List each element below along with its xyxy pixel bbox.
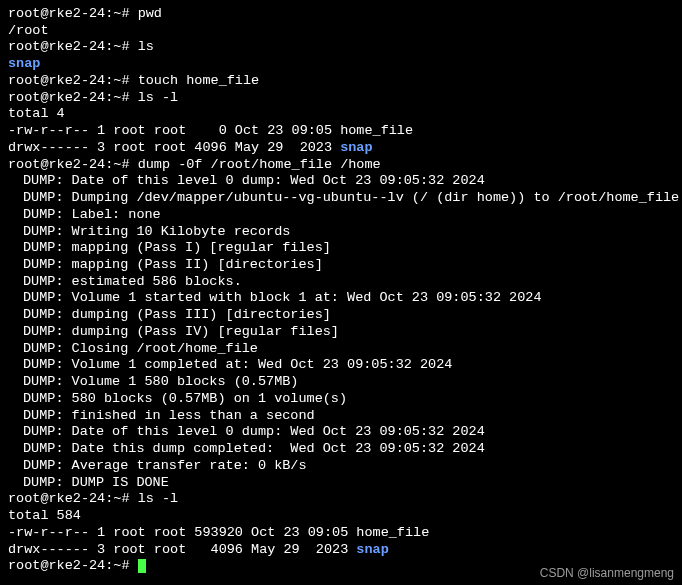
prompt-line: root@rke2-24:~# ls <box>8 39 674 56</box>
file-row: drwx------ 3 root root 4096 May 29 2023 … <box>8 542 674 559</box>
dump-output-block: DUMP: Date of this level 0 dump: Wed Oct… <box>8 173 674 491</box>
shell-prompt: root@rke2-24:~# <box>8 73 138 88</box>
dump-line: DUMP: Date of this level 0 dump: Wed Oct… <box>8 173 674 190</box>
cursor-block <box>138 559 146 573</box>
command-text: ls <box>138 39 154 54</box>
row-prefix: drwx------ 3 root root 4096 May 29 2023 <box>8 542 356 557</box>
prompt-line: root@rke2-24:~# ls -l <box>8 90 674 107</box>
command-text: touch home_file <box>138 73 260 88</box>
dump-line: DUMP: dumping (Pass III) [directories] <box>8 307 674 324</box>
dump-line: DUMP: mapping (Pass II) [directories] <box>8 257 674 274</box>
dump-line: DUMP: dumping (Pass IV) [regular files] <box>8 324 674 341</box>
dump-line: DUMP: finished in less than a second <box>8 408 674 425</box>
row-prefix: drwx------ 3 root root 4096 May 29 2023 <box>8 140 340 155</box>
prompt-line: root@rke2-24:~# ls -l <box>8 491 674 508</box>
dir-snap: snap <box>8 56 40 71</box>
shell-prompt: root@rke2-24:~# <box>8 90 138 105</box>
file-row: -rw-r--r-- 1 root root 0 Oct 23 09:05 ho… <box>8 123 674 140</box>
dir-snap: snap <box>356 542 388 557</box>
shell-prompt: root@rke2-24:~# <box>8 157 138 172</box>
dump-line: DUMP: Average transfer rate: 0 kB/s <box>8 458 674 475</box>
output-line: total 4 <box>8 106 674 123</box>
output-line: total 584 <box>8 508 674 525</box>
dump-line: DUMP: Dumping /dev/mapper/ubuntu--vg-ubu… <box>8 190 674 207</box>
file-row: drwx------ 3 root root 4096 May 29 2023 … <box>8 140 674 157</box>
command-text: dump -0f /root/home_file /home <box>138 157 381 172</box>
command-text: ls -l <box>138 491 179 506</box>
dump-line: DUMP: Volume 1 580 blocks (0.57MB) <box>8 374 674 391</box>
dump-line: DUMP: Volume 1 started with block 1 at: … <box>8 290 674 307</box>
dump-line: DUMP: estimated 586 blocks. <box>8 274 674 291</box>
dump-line: DUMP: Label: none <box>8 207 674 224</box>
dump-line: DUMP: 580 blocks (0.57MB) on 1 volume(s) <box>8 391 674 408</box>
terminal-output[interactable]: root@rke2-24:~# pwd /root root@rke2-24:~… <box>8 6 674 575</box>
dump-line: DUMP: Date of this level 0 dump: Wed Oct… <box>8 424 674 441</box>
command-text: ls -l <box>138 90 179 105</box>
dir-snap: snap <box>340 140 372 155</box>
dump-line: DUMP: DUMP IS DONE <box>8 475 674 492</box>
dump-line: DUMP: Date this dump completed: Wed Oct … <box>8 441 674 458</box>
output-line: /root <box>8 23 674 40</box>
dump-line: DUMP: mapping (Pass I) [regular files] <box>8 240 674 257</box>
file-row: -rw-r--r-- 1 root root 593920 Oct 23 09:… <box>8 525 674 542</box>
shell-prompt: root@rke2-24:~# <box>8 558 138 573</box>
prompt-line: root@rke2-24:~# pwd <box>8 6 674 23</box>
dump-line: DUMP: Closing /root/home_file <box>8 341 674 358</box>
output-line: snap <box>8 56 674 73</box>
shell-prompt: root@rke2-24:~# <box>8 39 138 54</box>
prompt-line: root@rke2-24:~# touch home_file <box>8 73 674 90</box>
watermark-text: CSDN @lisanmengmeng <box>540 566 674 581</box>
dump-line: DUMP: Writing 10 Kilobyte records <box>8 224 674 241</box>
dump-line: DUMP: Volume 1 completed at: Wed Oct 23 … <box>8 357 674 374</box>
prompt-line: root@rke2-24:~# dump -0f /root/home_file… <box>8 157 674 174</box>
shell-prompt: root@rke2-24:~# <box>8 6 138 21</box>
shell-prompt: root@rke2-24:~# <box>8 491 138 506</box>
command-text: pwd <box>138 6 162 21</box>
